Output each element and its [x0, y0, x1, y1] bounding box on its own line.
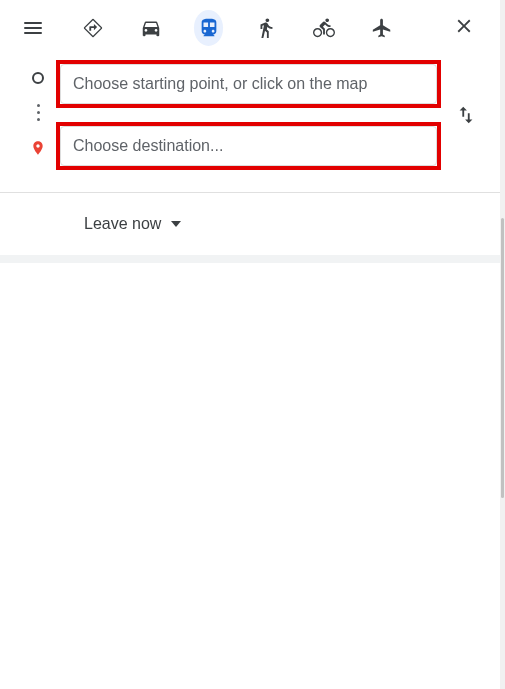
mode-driving[interactable] [136, 10, 166, 46]
destination-input-highlight [56, 122, 441, 170]
menu-button[interactable] [24, 22, 42, 34]
mode-flights[interactable] [367, 10, 397, 46]
route-dots-icon [37, 104, 40, 121]
scrollbar[interactable] [500, 0, 505, 689]
destination-marker-icon [30, 140, 46, 160]
section-divider [0, 255, 505, 263]
plane-icon [371, 17, 393, 39]
start-input-highlight [56, 60, 441, 108]
mode-transit[interactable] [194, 10, 224, 46]
chevron-down-icon [171, 219, 181, 229]
mode-cycling[interactable] [309, 10, 339, 46]
close-icon [453, 15, 475, 37]
start-input[interactable] [60, 64, 437, 104]
directions-icon [82, 17, 104, 39]
swap-icon [455, 104, 477, 126]
mode-walking[interactable] [251, 10, 281, 46]
car-icon [140, 17, 162, 39]
scrollbar-thumb[interactable] [501, 218, 504, 498]
walk-icon [255, 17, 277, 39]
swap-button[interactable] [441, 60, 491, 170]
close-button[interactable] [453, 15, 475, 41]
destination-input[interactable] [60, 126, 437, 166]
transit-icon [198, 17, 220, 39]
bike-icon [313, 17, 335, 39]
schedule-label: Leave now [84, 215, 161, 233]
start-marker-icon [32, 72, 44, 84]
waypoint-indicators [20, 60, 56, 170]
schedule-dropdown[interactable]: Leave now [84, 215, 181, 233]
mode-best[interactable] [78, 10, 108, 46]
